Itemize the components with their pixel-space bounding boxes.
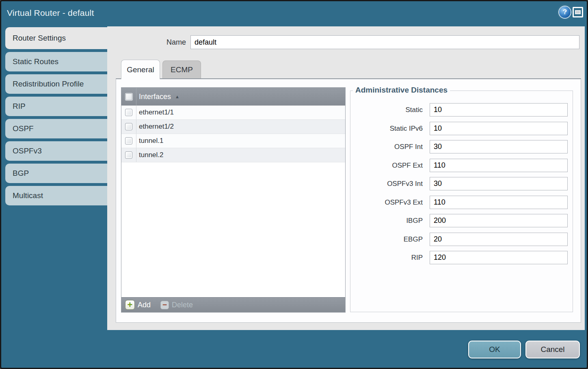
cancel-button[interactable]: Cancel — [525, 341, 580, 358]
ospfv3-int-label: OSPFv3 Int — [350, 177, 426, 190]
maximize-icon-inner — [575, 10, 581, 14]
interfaces-column-header: Interfaces — [139, 93, 171, 101]
field-row-static: Static — [350, 103, 573, 117]
virtual-router-dialog: Virtual Router - default ? Router Settin… — [0, 0, 588, 369]
sidebar-item-label: RIP — [13, 102, 26, 111]
table-empty-area — [121, 162, 345, 297]
cancel-button-label: Cancel — [540, 345, 564, 354]
ospfv3-int-input[interactable] — [430, 177, 568, 190]
delete-button[interactable]: − Delete — [160, 301, 193, 309]
row-label: tunnel.1 — [139, 137, 164, 145]
help-icon[interactable]: ? — [559, 6, 571, 18]
ospf-int-label: OSPF Int — [350, 140, 426, 153]
sidebar-item-router-settings[interactable]: Router Settings — [5, 27, 110, 49]
tab-general-label: General — [127, 65, 154, 74]
delete-button-label: Delete — [172, 301, 193, 309]
general-tab-content: Interfaces ▲ ethernet1/1 ethernet1/2 tun… — [116, 78, 581, 323]
sidebar-item-label: Router Settings — [13, 34, 66, 43]
field-row-static-ipv6: Static IPv6 — [350, 122, 573, 135]
rip-input[interactable] — [430, 251, 568, 264]
interfaces-table: Interfaces ▲ ethernet1/1 ethernet1/2 tun… — [121, 87, 346, 313]
table-footer: + Add − Delete — [121, 297, 345, 312]
sidebar-item-label: Multicast — [13, 191, 43, 200]
row-label: tunnel.2 — [139, 151, 164, 159]
field-row-ospfv3-ext: OSPFv3 Ext — [350, 196, 573, 209]
add-icon-glyph: + — [128, 301, 133, 309]
ok-button[interactable]: OK — [468, 341, 521, 358]
row-checkbox[interactable] — [125, 137, 132, 145]
help-icon-glyph: ? — [563, 8, 567, 16]
ospf-ext-label: OSPF Ext — [350, 159, 426, 172]
sidebar-item-rip[interactable]: RIP — [5, 97, 108, 116]
admin-distances-legend: Administrative Distances — [353, 86, 450, 95]
sidebar-item-multicast[interactable]: Multicast — [5, 186, 108, 205]
rip-label: RIP — [350, 251, 426, 264]
ebgp-input[interactable] — [430, 233, 568, 246]
static-label: Static — [350, 103, 426, 117]
interfaces-table-header[interactable]: Interfaces ▲ — [121, 88, 345, 106]
ibgp-input[interactable] — [430, 214, 568, 227]
ospfv3-ext-label: OSPFv3 Ext — [350, 196, 426, 209]
maximize-icon[interactable] — [573, 7, 583, 17]
sidebar-item-static-routes[interactable]: Static Routes — [5, 52, 108, 71]
add-button[interactable]: + Add — [125, 300, 151, 310]
ibgp-label: IBGP — [350, 214, 426, 227]
row-checkbox[interactable] — [125, 109, 132, 116]
row-label: ethernet1/2 — [139, 123, 174, 131]
field-row-rip: RIP — [350, 251, 573, 264]
table-row-tunnel-1[interactable]: tunnel.1 — [121, 134, 345, 148]
static-ipv6-label: Static IPv6 — [350, 122, 426, 135]
sidebar-item-bgp[interactable]: BGP — [5, 164, 108, 183]
table-row-ethernet1-1[interactable]: ethernet1/1 — [121, 106, 345, 120]
row-checkbox[interactable] — [125, 151, 132, 159]
field-row-ebgp: EBGP — [350, 233, 573, 246]
row-label: ethernet1/1 — [139, 108, 174, 117]
sidebar-item-label: OSPFv3 — [13, 147, 42, 155]
sort-ascending-icon[interactable]: ▲ — [175, 94, 179, 99]
static-input[interactable] — [430, 103, 568, 117]
sidebar-item-ospfv3[interactable]: OSPFv3 — [5, 141, 108, 161]
add-icon: + — [125, 300, 135, 310]
delete-icon-glyph: − — [162, 302, 167, 308]
table-row-tunnel-2[interactable]: tunnel.2 — [121, 148, 345, 162]
ebgp-label: EBGP — [350, 233, 426, 246]
name-input[interactable] — [190, 35, 579, 49]
sidebar-item-ospf[interactable]: OSPF — [5, 119, 108, 138]
router-settings-panel: Name General ECMP Interfaces ▲ ethernet1… — [107, 26, 585, 330]
field-row-ibgp: IBGP — [350, 214, 573, 227]
tab-ecmp-label: ECMP — [171, 65, 193, 74]
ok-button-label: OK — [489, 345, 500, 354]
field-row-ospf-int: OSPF Int — [350, 140, 573, 153]
row-checkbox[interactable] — [125, 123, 132, 130]
field-row-ospf-ext: OSPF Ext — [350, 159, 573, 172]
ospf-ext-input[interactable] — [430, 159, 568, 172]
field-row-ospfv3-int: OSPFv3 Int — [350, 177, 573, 190]
select-all-checkbox[interactable] — [125, 93, 133, 101]
sidebar-item-label: Redistribution Profile — [13, 80, 84, 88]
table-row-ethernet1-2[interactable]: ethernet1/2 — [121, 120, 345, 134]
ospfv3-ext-input[interactable] — [430, 196, 568, 209]
tab-general[interactable]: General — [121, 60, 160, 79]
delete-icon: − — [160, 301, 169, 309]
static-ipv6-input[interactable] — [430, 122, 568, 135]
sidebar-item-label: BGP — [13, 169, 29, 178]
ospf-int-input[interactable] — [430, 140, 568, 153]
admin-distances-fieldset: Administrative Distances Static Static I… — [350, 91, 573, 312]
sidebar-item-label: OSPF — [13, 124, 34, 133]
name-label: Name — [147, 35, 186, 49]
tab-ecmp[interactable]: ECMP — [162, 60, 201, 78]
sidebar-item-label: Static Routes — [13, 57, 58, 66]
add-button-label: Add — [138, 301, 151, 309]
sidebar-item-redistribution-profile[interactable]: Redistribution Profile — [5, 74, 108, 94]
dialog-title: Virtual Router - default — [7, 8, 94, 18]
